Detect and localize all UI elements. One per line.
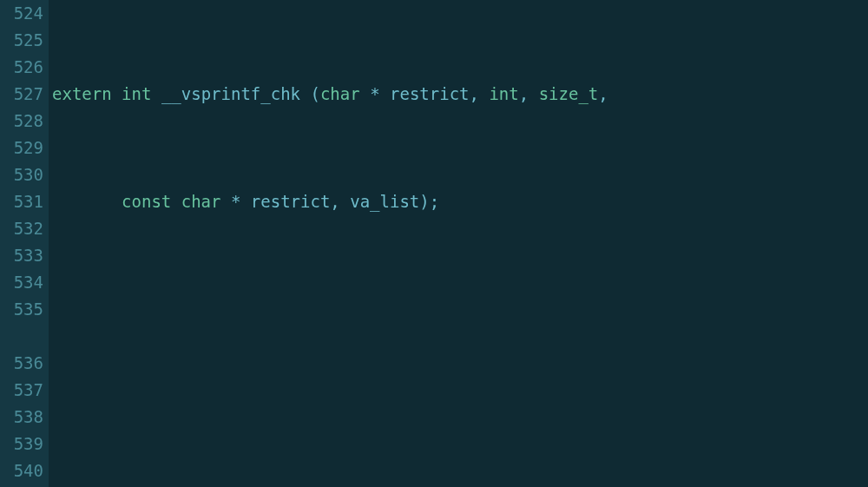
line-number: 536 bbox=[5, 350, 43, 377]
line-number: 533 bbox=[5, 242, 43, 269]
punct: * restrict, va_list); bbox=[221, 192, 440, 211]
line-number: 535 bbox=[5, 296, 43, 323]
line-number: 537 bbox=[5, 377, 43, 404]
line-number: 526 bbox=[5, 54, 43, 81]
code-line[interactable] bbox=[52, 296, 868, 323]
line-number: 540 bbox=[5, 457, 43, 484]
punct: * restrict, bbox=[360, 84, 490, 103]
type-int: int bbox=[489, 84, 518, 103]
code-area[interactable]: extern int __vsprintf_chk (char * restri… bbox=[49, 0, 868, 487]
line-number: 532 bbox=[5, 215, 43, 242]
code-editor[interactable]: 524 525 526 527 528 529 530 531 532 533 … bbox=[0, 0, 868, 487]
line-number: 527 bbox=[5, 81, 43, 108]
type-char: char bbox=[181, 192, 221, 211]
line-number-gutter: 524 525 526 527 528 529 530 531 532 533 … bbox=[0, 0, 49, 487]
keyword-const: const bbox=[122, 192, 171, 211]
line-number: 530 bbox=[5, 161, 43, 188]
line-number: 528 bbox=[5, 108, 43, 135]
keyword-int: int bbox=[122, 84, 151, 103]
code-line[interactable] bbox=[52, 457, 868, 484]
code-line[interactable] bbox=[52, 377, 868, 404]
punct: ( bbox=[300, 84, 320, 103]
line-number: 529 bbox=[5, 135, 43, 161]
keyword-extern: extern bbox=[52, 84, 112, 103]
function-name: __vsprintf_chk bbox=[161, 84, 300, 103]
code-line[interactable]: const char * restrict, va_list); bbox=[52, 188, 868, 215]
indent bbox=[52, 192, 122, 211]
line-number: 524 bbox=[5, 0, 43, 27]
punct: , bbox=[519, 84, 539, 103]
line-number: 534 bbox=[5, 269, 43, 296]
line-number: 538 bbox=[5, 404, 43, 431]
code-line[interactable]: extern int __vsprintf_chk (char * restri… bbox=[52, 81, 868, 108]
line-number bbox=[5, 323, 43, 350]
punct: , bbox=[598, 84, 608, 103]
type-char: char bbox=[320, 84, 360, 103]
line-number: 525 bbox=[5, 27, 43, 54]
line-number: 539 bbox=[5, 431, 43, 457]
type-size_t: size_t bbox=[539, 84, 599, 103]
line-number: 531 bbox=[5, 188, 43, 215]
